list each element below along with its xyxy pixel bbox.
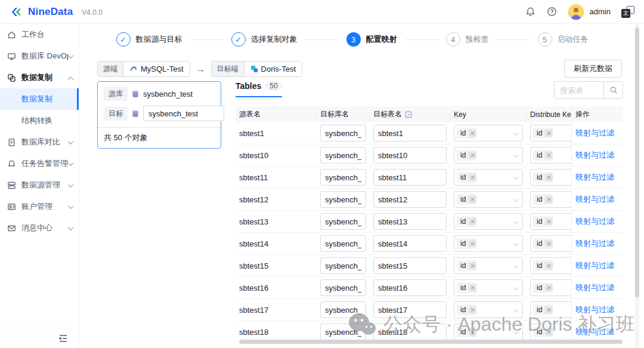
notification-bell-icon[interactable] (525, 7, 536, 17)
target-db-cell-input[interactable] (320, 125, 366, 141)
target-db-cell-input[interactable] (320, 257, 366, 274)
key-select[interactable]: id× (454, 257, 523, 274)
target-table-cell-input[interactable] (373, 257, 447, 274)
key-select[interactable]: id× (454, 147, 523, 164)
remove-tag-icon[interactable]: × (545, 284, 552, 291)
remove-tag-icon[interactable]: × (545, 130, 552, 137)
remove-tag-icon[interactable]: × (469, 152, 476, 159)
sidebar-item-datasource-management[interactable]: 数据源管理 (0, 174, 79, 196)
target-db-cell-input[interactable] (320, 213, 366, 230)
remove-tag-icon[interactable]: × (469, 196, 476, 203)
remove-tag-icon[interactable]: × (469, 240, 476, 247)
key-select[interactable]: id× (454, 125, 523, 141)
remove-tag-icon[interactable]: × (545, 328, 552, 335)
remove-tag-icon[interactable]: × (469, 262, 476, 269)
vertical-scrollbar[interactable] (635, 27, 639, 297)
distribute-key-select[interactable]: id× (530, 324, 571, 340)
target-db-cell-input[interactable] (320, 147, 366, 164)
sidebar-subitem-data-replication[interactable]: 数据复制 (0, 88, 79, 110)
target-db-cell-input[interactable] (320, 301, 366, 318)
remove-tag-icon[interactable]: × (545, 262, 552, 269)
sidebar-item-task-alarm[interactable]: 任务告警管理 (0, 153, 79, 174)
target-table-cell-input[interactable] (373, 213, 447, 230)
remove-tag-icon[interactable]: × (545, 196, 552, 203)
remove-tag-icon[interactable]: × (545, 306, 552, 313)
remove-tag-icon[interactable]: × (469, 306, 476, 313)
search-button[interactable] (603, 82, 623, 98)
mapping-filter-link[interactable]: 映射与过滤 (575, 128, 614, 138)
remove-tag-icon[interactable]: × (469, 328, 476, 335)
key-select[interactable]: id× (454, 213, 523, 230)
target-table-cell-input[interactable] (373, 125, 447, 141)
distribute-key-select[interactable]: id× (530, 169, 571, 186)
step-start-task[interactable]: 5 启动任务 (538, 32, 589, 47)
key-select[interactable]: id× (454, 169, 523, 186)
mapping-filter-link[interactable]: 映射与过滤 (575, 260, 614, 271)
help-icon[interactable] (547, 7, 558, 17)
target-db-cell-input[interactable] (320, 191, 366, 208)
mapping-filter-link[interactable]: 映射与过滤 (575, 150, 614, 161)
remove-tag-icon[interactable]: × (469, 130, 476, 137)
remove-tag-icon[interactable]: × (545, 218, 552, 225)
target-table-cell-input[interactable] (373, 324, 447, 340)
target-db-cell-input[interactable] (320, 324, 366, 340)
distribute-key-select[interactable]: id× (530, 279, 571, 296)
target-table-cell-input[interactable] (373, 235, 447, 252)
remove-tag-icon[interactable]: × (545, 174, 552, 181)
distribute-key-select[interactable]: id× (530, 147, 571, 164)
mapping-filter-link[interactable]: 映射与过滤 (575, 282, 614, 293)
remove-tag-icon[interactable]: × (545, 152, 552, 159)
sidebar-item-workbench[interactable]: 工作台 (0, 24, 79, 45)
sidebar-item-data-replication[interactable]: 数据复制 (0, 67, 79, 88)
sidebar-item-database-compare[interactable]: 数据库对比 (0, 131, 79, 153)
mapping-filter-link[interactable]: 映射与过滤 (575, 172, 614, 183)
sidebar-item-database-devops[interactable]: 数据库 DevOps (0, 45, 79, 67)
target-table-cell-input[interactable] (373, 301, 447, 318)
distribute-key-select[interactable]: id× (530, 235, 571, 252)
target-table-cell-input[interactable] (373, 147, 447, 164)
distribute-key-select[interactable]: id× (530, 301, 571, 318)
target-db-input[interactable] (143, 106, 224, 121)
distribute-key-select[interactable]: id× (530, 191, 571, 208)
mapping-filter-link[interactable]: 映射与过滤 (575, 238, 614, 249)
remove-tag-icon[interactable]: × (545, 240, 552, 247)
step-precheck[interactable]: 4 预检查 (446, 32, 489, 47)
remove-tag-icon[interactable]: × (469, 218, 476, 225)
target-table-cell-input[interactable] (373, 191, 447, 208)
sidebar-subitem-structure-conversion[interactable]: 结构转换 (0, 110, 79, 131)
distribute-key-select[interactable]: id× (530, 257, 571, 274)
remove-tag-icon[interactable]: × (469, 174, 476, 181)
key-select[interactable]: id× (454, 235, 523, 252)
target-table-cell-input[interactable] (373, 169, 447, 186)
key-select[interactable]: id× (454, 191, 523, 208)
step-source-target[interactable]: ✓ 数据源与目标 (116, 32, 182, 47)
distribute-key-select[interactable]: id× (530, 213, 571, 230)
tab-tables[interactable]: Tables 50 (236, 81, 282, 97)
object-mapping-card[interactable]: 源库 sysbench_test 目标 (97, 81, 221, 149)
distribute-key-select[interactable]: id× (530, 125, 571, 141)
target-db-cell-input[interactable] (320, 235, 366, 252)
target-db-cell-input[interactable] (320, 279, 366, 296)
mapping-filter-link[interactable]: 映射与过滤 (575, 216, 614, 227)
collapse-sidebar-icon[interactable] (58, 334, 68, 343)
mapping-filter-link[interactable]: 映射与过滤 (575, 304, 614, 315)
user-avatar[interactable] (568, 4, 584, 20)
key-select[interactable]: id× (454, 301, 523, 318)
key-select[interactable]: id× (454, 324, 523, 340)
step-select-objects[interactable]: ✓ 选择复制对象 (231, 32, 298, 47)
key-select[interactable]: id× (454, 279, 523, 296)
horizontal-scrollbar[interactable] (239, 340, 623, 344)
target-db-cell-input[interactable] (320, 169, 366, 186)
brand-logo[interactable]: NineData V4.0.0 (10, 5, 103, 19)
sidebar-item-message-center[interactable]: 消息中心 (0, 217, 79, 239)
remove-tag-icon[interactable]: × (469, 284, 476, 291)
sidebar-item-account-management[interactable]: 账户管理 (0, 196, 79, 217)
mapping-filter-link[interactable]: 映射与过滤 (575, 327, 614, 337)
search-input[interactable] (555, 82, 603, 98)
language-switch-icon[interactable]: 文 (621, 6, 634, 18)
step-configure-mapping[interactable]: 3 配置映射 (346, 32, 397, 47)
target-table-cell-input[interactable] (373, 279, 447, 296)
mapping-filter-link[interactable]: 映射与过滤 (575, 194, 614, 205)
refresh-metadata-button[interactable]: 刷新元数据 (564, 60, 622, 78)
batch-edit-icon[interactable] (405, 111, 412, 118)
